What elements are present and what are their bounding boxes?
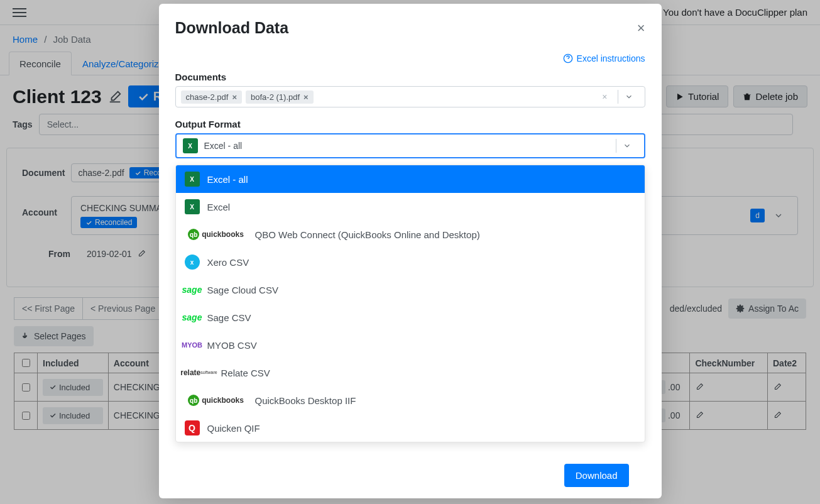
format-option-qb-iif[interactable]: qbquickbooksQuickBooks Desktop IIF	[176, 386, 645, 414]
format-option-sage[interactable]: sageSage CSV	[176, 304, 645, 331]
quickbooks-icon: qbquickbooks	[185, 227, 248, 242]
output-format-selected: Excel - all	[204, 141, 243, 151]
output-format-select[interactable]: X Excel - all	[175, 133, 645, 158]
format-option-qbo-web[interactable]: qbquickbooksQBO Web Connect (QuickBooks …	[176, 221, 645, 248]
format-option-label: Relate CSV	[221, 368, 270, 378]
xero-icon: x	[185, 255, 200, 270]
clear-icon[interactable]: ×	[596, 92, 613, 102]
format-option-excel[interactable]: XExcel	[176, 193, 645, 221]
output-format-dropdown: XExcel - allXExcelqbquickbooksQBO Web Co…	[175, 165, 645, 442]
format-option-quicken[interactable]: QQuicken QIF	[176, 414, 645, 442]
quicken-icon: Q	[185, 420, 200, 436]
format-option-xero[interactable]: xXero CSV	[176, 248, 645, 276]
format-option-sage-cloud[interactable]: sageSage Cloud CSV	[176, 276, 645, 304]
close-icon[interactable]: ×	[637, 20, 645, 36]
format-option-label: QBO Web Connect (QuickBooks Online and D…	[255, 229, 480, 240]
document-tag: chase-2.pdf×	[181, 90, 243, 104]
format-option-label: Excel	[207, 202, 231, 212]
document-tag: bofa-2 (1).pdf×	[246, 90, 314, 104]
format-option-label: Excel - all	[207, 174, 248, 185]
chevron-down-icon[interactable]	[618, 90, 640, 104]
excel-icon: X	[185, 172, 200, 187]
document-tag-label: bofa-2 (1).pdf	[251, 92, 300, 102]
format-option-label: QuickBooks Desktop IIF	[255, 395, 356, 406]
format-option-label: Sage Cloud CSV	[207, 285, 278, 295]
format-option-excel-all[interactable]: XExcel - all	[176, 165, 645, 193]
sage-icon: sage	[185, 310, 200, 325]
excel-instructions-label: Excel instructions	[577, 53, 645, 63]
format-option-label: Sage CSV	[207, 312, 251, 323]
documents-label: Documents	[175, 72, 645, 82]
relate-icon: relatesoftware	[185, 365, 214, 380]
download-modal: Download Data × Excel instructions Docum…	[159, 4, 662, 498]
format-option-relate[interactable]: relatesoftwareRelate CSV	[176, 359, 645, 386]
format-option-label: Quicken QIF	[207, 423, 260, 434]
remove-document-icon[interactable]: ×	[303, 92, 309, 102]
format-option-label: Xero CSV	[207, 257, 249, 268]
excel-icon: X	[185, 199, 200, 214]
download-button[interactable]: Download	[564, 464, 629, 487]
output-format-label: Output Format	[175, 119, 645, 129]
modal-overlay[interactable]: Download Data × Excel instructions Docum…	[0, 0, 820, 504]
remove-document-icon[interactable]: ×	[232, 92, 237, 102]
quickbooks-icon: qbquickbooks	[185, 393, 248, 408]
excel-icon: X	[183, 138, 198, 153]
chevron-down-icon[interactable]	[616, 139, 638, 153]
excel-instructions-link[interactable]: Excel instructions	[563, 53, 645, 63]
format-option-myob[interactable]: MYOBMYOB CSV	[176, 331, 645, 359]
sage-icon: sage	[185, 282, 200, 297]
format-option-label: MYOB CSV	[207, 340, 257, 351]
documents-multiselect[interactable]: chase-2.pdf×bofa-2 (1).pdf× ×	[175, 86, 645, 107]
help-icon	[563, 53, 573, 63]
modal-title: Download Data	[175, 19, 289, 37]
document-tag-label: chase-2.pdf	[186, 92, 229, 102]
myob-icon: MYOB	[185, 337, 200, 353]
